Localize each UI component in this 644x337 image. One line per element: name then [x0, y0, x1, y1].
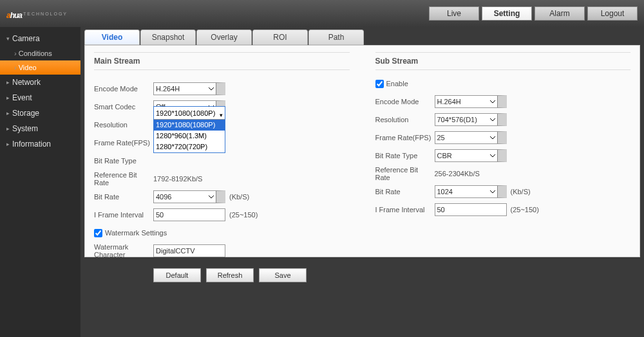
brtype-label: Bit Rate Type	[94, 157, 153, 165]
iframe-label: I Frame Interval	[94, 211, 153, 219]
bitrate-select[interactable]: 4096	[153, 190, 225, 203]
wmchar-label: Watermark Character	[94, 243, 153, 259]
main-stream-title: Main Stream	[94, 52, 350, 70]
refbr-value: 1792-8192Kb/S	[153, 175, 202, 183]
sub-bitrate-select[interactable]: 1024	[435, 185, 507, 198]
logo-subtitle: TECHNOLOGY	[23, 12, 68, 16]
sub-refbr-value: 256-2304Kb/S	[435, 170, 480, 178]
sub-encode-mode-label: Encode Mode	[375, 98, 435, 105]
sidebar-network[interactable]: Network	[0, 75, 80, 90]
sub-refbr-label: Reference Bit Rate	[375, 166, 435, 181]
wmchar-input[interactable]	[153, 244, 225, 257]
save-button[interactable]: Save	[259, 268, 307, 282]
bitrate-label: Bit Rate	[94, 193, 153, 201]
tab-video[interactable]: Video	[84, 30, 140, 45]
settings-panel: Main Stream Encode ModeH.264H Smart Code…	[84, 45, 640, 257]
encode-mode-select[interactable]: H.264H	[153, 82, 225, 95]
tab-roi[interactable]: ROI	[252, 30, 308, 45]
sub-stream-title: Sub Stream	[375, 52, 631, 70]
nav-buttons: Live Setting Alarm Logout	[429, 6, 638, 21]
smart-codec-label: Smart Codec	[94, 103, 153, 111]
sidebar-system[interactable]: System	[0, 121, 80, 136]
enable-label: Enable	[386, 80, 408, 87]
default-button[interactable]: Default	[153, 268, 201, 282]
sidebar-conditions[interactable]: Conditions	[0, 46, 80, 60]
bitrate-suffix: (Kb/S)	[229, 193, 249, 201]
sidebar-event[interactable]: Event	[0, 90, 80, 105]
iframe-suffix: (25~150)	[229, 211, 258, 219]
sub-encode-mode-select[interactable]: H.264H	[435, 95, 507, 108]
brand-logo: ahua	[6, 5, 22, 22]
nav-alarm[interactable]: Alarm	[535, 6, 585, 21]
action-buttons: Default Refresh Save	[153, 268, 350, 282]
sub-resolution-label: Resolution	[375, 116, 435, 123]
sub-bitrate-suffix: (Kb/S)	[511, 188, 531, 196]
sub-iframe-label: I Frame Interval	[375, 206, 435, 214]
resolution-label: Resolution	[94, 121, 153, 129]
resolution-option-720p[interactable]: 1280*720(720P)	[154, 141, 225, 152]
tab-snapshot[interactable]: Snapshot	[140, 30, 196, 45]
sub-stream-column: Sub Stream Enable Encode ModeH.264H Reso…	[375, 52, 631, 282]
main-panel: Video Snapshot Overlay ROI Path Main Str…	[80, 27, 644, 337]
refresh-button[interactable]: Refresh	[206, 268, 254, 282]
sub-fps-label: Frame Rate(FPS)	[375, 134, 435, 141]
sidebar-information[interactable]: Information	[0, 136, 80, 152]
header: ahua TECHNOLOGY Live Setting Alarm Logou…	[0, 0, 644, 27]
iframe-input[interactable]	[153, 208, 225, 221]
tab-overlay[interactable]: Overlay	[196, 30, 252, 45]
sidebar-storage[interactable]: Storage	[0, 105, 80, 121]
resolution-dropdown-open[interactable]: 1920*1080(1080P) 1920*1080(1080P) 1280*9…	[153, 106, 225, 153]
sidebar: Camera Conditions Video Network Event St…	[0, 27, 80, 337]
sub-fps-select[interactable]: 25	[435, 131, 507, 144]
enable-checkbox[interactable]	[375, 80, 384, 88]
fps-label: Frame Rate(FPS)	[94, 139, 153, 147]
sub-iframe-input[interactable]	[435, 203, 507, 216]
sub-brtype-label: Bit Rate Type	[375, 152, 435, 159]
resolution-current[interactable]: 1920*1080(1080P)	[154, 107, 225, 120]
sub-resolution-select[interactable]: 704*576(D1)	[435, 113, 507, 126]
watermark-label: Watermark Settings	[105, 229, 167, 237]
nav-setting[interactable]: Setting	[482, 6, 532, 21]
tabs: Video Snapshot Overlay ROI Path	[84, 30, 640, 45]
sub-bitrate-label: Bit Rate	[375, 188, 435, 196]
sidebar-video[interactable]: Video	[0, 60, 80, 75]
encode-mode-label: Encode Mode	[94, 85, 153, 93]
sidebar-camera[interactable]: Camera	[0, 31, 80, 46]
resolution-option-1080p[interactable]: 1920*1080(1080P)	[154, 120, 225, 131]
sub-brtype-select[interactable]: CBR	[435, 149, 507, 162]
watermark-checkbox[interactable]	[94, 229, 102, 237]
tab-path[interactable]: Path	[308, 30, 364, 45]
sub-iframe-suffix: (25~150)	[511, 206, 539, 214]
main-stream-column: Main Stream Encode ModeH.264H Smart Code…	[94, 52, 350, 282]
resolution-option-13m[interactable]: 1280*960(1.3M)	[154, 131, 225, 141]
nav-live[interactable]: Live	[429, 6, 479, 21]
logo-suffix: hua	[10, 11, 22, 20]
nav-logout[interactable]: Logout	[587, 6, 638, 21]
refbr-label: Reference Bit Rate	[94, 171, 153, 187]
